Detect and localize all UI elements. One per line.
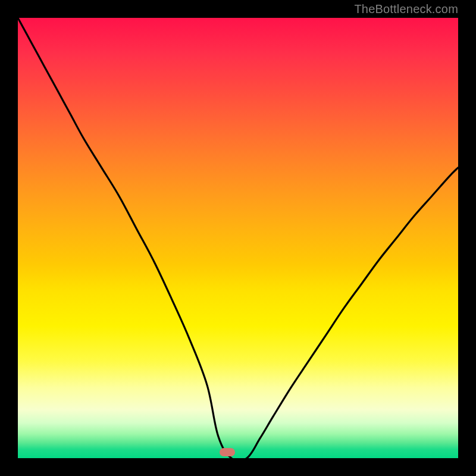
bottleneck-curve xyxy=(18,18,458,458)
vertex-marker xyxy=(220,448,235,456)
watermark-text: TheBottleneck.com xyxy=(354,2,458,16)
plot-area xyxy=(18,18,458,458)
chart-frame: TheBottleneck.com xyxy=(0,0,476,476)
